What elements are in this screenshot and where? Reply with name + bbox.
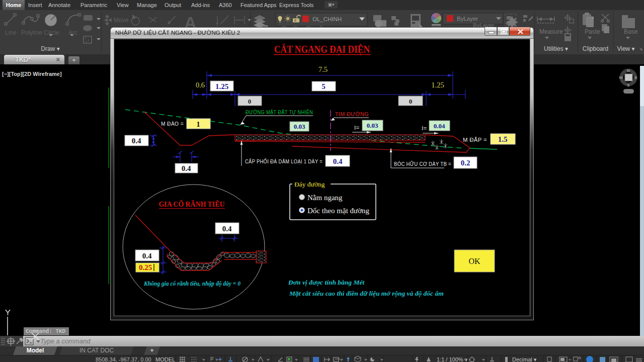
svg-text:OL_CHINH: OL_CHINH	[312, 16, 342, 22]
svg-text:0.2: 0.2	[461, 159, 470, 167]
svg-text:Dốc theo mặt đường: Dốc theo mặt đường	[307, 207, 370, 215]
svg-text:P: P	[210, 356, 214, 362]
svg-text:Nằm ngang: Nằm ngang	[307, 194, 343, 202]
svg-text:N: N	[627, 68, 630, 73]
svg-text:1.25: 1.25	[215, 82, 228, 90]
svg-text:ByLayer: ByLayer	[457, 16, 478, 22]
svg-text:S: S	[627, 83, 630, 87]
svg-text:CẤP PHỐI ĐÁ DĂM LOẠI 1 DÀY =: CẤP PHỐI ĐÁ DĂM LOẠI 1 DÀY =	[245, 158, 323, 164]
svg-text:1.5: 1.5	[498, 135, 508, 143]
svg-text:Paste: Paste	[585, 28, 600, 35]
svg-text:0.03: 0.03	[367, 122, 378, 129]
svg-text:I=: I=	[422, 125, 427, 131]
svg-text:0.04: 0.04	[434, 122, 445, 130]
svg-text:E: E	[634, 75, 637, 80]
svg-text:0.4: 0.4	[132, 137, 141, 145]
svg-text:CẮT NGANG ĐẠI DIỆN: CẮT NGANG ĐẠI DIỆN	[274, 43, 370, 55]
svg-text:Đơn vị được tính bằng Mét: Đơn vị được tính bằng Mét	[288, 279, 365, 286]
svg-text:Measure: Measure	[539, 28, 563, 35]
svg-text:[−][Top][2D Wireframe]: [−][Top][2D Wireframe]	[2, 71, 62, 77]
svg-text:TIM ĐƯỜNG: TIM ĐƯỜNG	[335, 111, 369, 117]
svg-text:0: 0	[409, 98, 413, 105]
svg-text:0.4: 0.4	[182, 164, 191, 172]
svg-text:OK: OK	[468, 257, 480, 265]
svg-text:GIA CỐ RÃNH TIÊU: GIA CỐ RÃNH TIÊU	[159, 200, 225, 208]
svg-text:5: 5	[321, 82, 326, 90]
svg-text:0.25: 0.25	[139, 263, 152, 272]
svg-text:0.4: 0.4	[333, 157, 343, 165]
svg-text:1: 1	[196, 120, 200, 128]
svg-text:I=: I=	[354, 125, 360, 131]
svg-text:Move: Move	[114, 17, 129, 24]
svg-text:0.4: 0.4	[142, 252, 152, 260]
svg-text:Base: Base	[624, 28, 638, 35]
svg-text:Đáy đường: Đáy đường	[294, 180, 325, 188]
svg-text:7.5: 7.5	[318, 65, 328, 73]
svg-text:+: +	[218, 356, 222, 362]
svg-text:Không gia cố rãnh tiêu, nhập đ: Không gia cố rãnh tiêu, nhập độ dày = 0	[143, 280, 240, 287]
svg-text:M ĐẮP =: M ĐẮP =	[463, 137, 487, 143]
svg-text:M ĐÀO =: M ĐÀO =	[161, 121, 184, 127]
svg-text:W: W	[619, 75, 623, 80]
svg-text:0.03: 0.03	[294, 123, 305, 130]
svg-text:0.6: 0.6	[196, 81, 205, 89]
svg-text:0.4: 0.4	[222, 225, 232, 233]
svg-text:BÓC HỮU CƠ DÀY TB =: BÓC HỮU CƠ DÀY TB =	[394, 161, 451, 167]
svg-text:Mặt cắt siêu cao thì điền dữ l: Mặt cắt siêu cao thì điền dữ liệu mở rộn…	[289, 290, 444, 297]
svg-text:1.25: 1.25	[431, 81, 444, 89]
svg-text:0: 0	[248, 98, 252, 105]
svg-text:ĐƯỜNG MẶT ĐẤT TỰ NHIÊN: ĐƯỜNG MẶT ĐẤT TỰ NHIÊN	[246, 109, 313, 115]
